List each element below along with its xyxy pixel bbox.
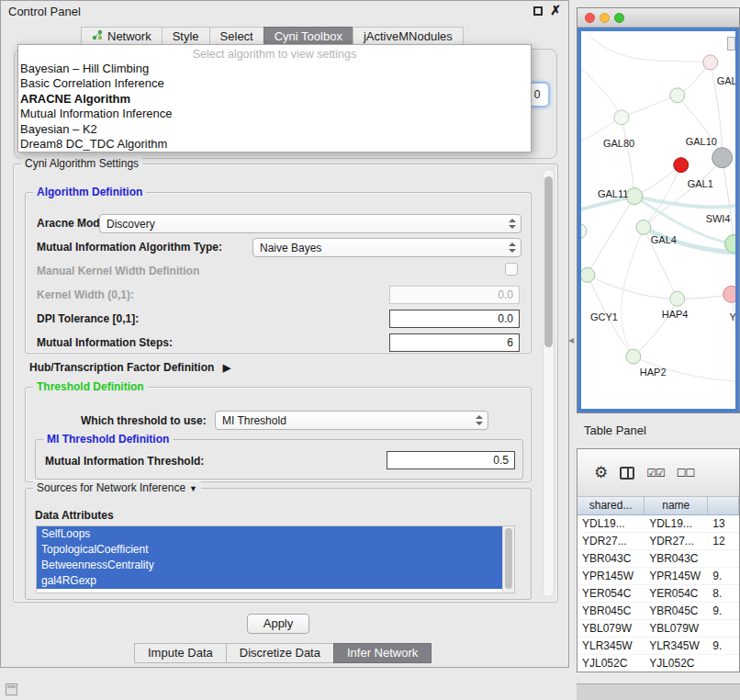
network-node[interactable] xyxy=(703,55,718,70)
algorithm-option[interactable]: Bayesian – K2 xyxy=(18,122,531,137)
table-panel-header: Table Panel xyxy=(577,419,740,443)
columns-icon[interactable] xyxy=(620,467,634,480)
table-row[interactable]: YLR345WYLR345W9. xyxy=(577,638,739,655)
kernel-width-input[interactable]: 0.0 xyxy=(389,286,520,304)
table-cell: YJL052C xyxy=(645,655,708,672)
minimized-panel-icon[interactable] xyxy=(6,683,17,695)
hub-definition-label: Hub/Transcription Factor Definition xyxy=(29,361,214,374)
network-node[interactable] xyxy=(670,291,685,306)
which-threshold-label: Which threshold to use: xyxy=(81,414,207,427)
mi-type-label: Mutual Information Algorithm Type: xyxy=(37,241,222,254)
algorithm-definition-title: Algorithm Definition xyxy=(33,186,146,198)
table-row[interactable]: YDL19...YDL19...13 xyxy=(577,515,739,533)
close-icon[interactable]: ✗ xyxy=(550,3,561,17)
algorithm-option[interactable]: Dream8 DC_TDC Algorithm xyxy=(18,137,531,152)
network-node[interactable] xyxy=(674,158,689,173)
network-node[interactable] xyxy=(626,188,643,205)
mi-type-select[interactable]: Naive Bayes xyxy=(252,238,521,257)
algorithm-definition-group: Algorithm Definition Aracne Mode: Discov… xyxy=(25,192,532,354)
close-traffic-light-icon[interactable] xyxy=(585,13,595,23)
zoom-traffic-light-icon[interactable] xyxy=(614,13,624,23)
mi-threshold-input[interactable]: 0.5 xyxy=(387,451,515,469)
scrollbar-arrow-icon[interactable] xyxy=(727,37,735,51)
algorithm-option[interactable]: Mutual Information Inference xyxy=(18,107,531,121)
minimize-traffic-light-icon[interactable] xyxy=(600,13,610,23)
network-node[interactable] xyxy=(723,286,735,302)
tab-discretize-data[interactable]: Discretize Data xyxy=(226,643,334,663)
panel-title: Control Panel xyxy=(8,5,81,18)
control-panel-window: Control Panel ✗ Network Style Select Cyn… xyxy=(0,0,569,668)
network-tab-icon xyxy=(92,28,103,46)
algorithm-option[interactable]: Bayesian – Hill Climbing xyxy=(18,62,531,76)
data-attribute-item[interactable]: TopologicalCoefficient xyxy=(37,542,503,558)
table-cell: YPR145W xyxy=(645,568,708,584)
network-graph: GALGAL80GAL10GAL1GAL11SWI4GAL4GCY1HAP4YH… xyxy=(581,31,735,409)
panel-splitter-arrow[interactable]: ◀ xyxy=(568,336,574,344)
table-header-row: shared... name xyxy=(577,497,739,515)
network-node[interactable] xyxy=(670,88,685,103)
node-label: Y xyxy=(730,311,735,322)
settings-group-title: Cyni Algorithm Settings xyxy=(21,157,142,170)
combo-arrows-icon xyxy=(509,219,516,229)
aracne-mode-select[interactable]: Discovery xyxy=(99,214,521,233)
table-row[interactable]: YBR045CYBR045C9. xyxy=(577,603,739,620)
table-row[interactable]: YBL079WYBL079W xyxy=(577,620,739,638)
mi-steps-input[interactable]: 6 xyxy=(389,333,520,352)
hub-definition-toggle[interactable]: Hub/Transcription Factor Definition ▶ xyxy=(29,361,230,374)
node-label: SWI4 xyxy=(706,213,731,224)
float-window-icon[interactable] xyxy=(533,6,543,16)
deselect-all-checks-icon[interactable]: ☐☐ xyxy=(677,467,695,480)
column-header-name[interactable]: name xyxy=(645,497,708,514)
column-header-extra[interactable] xyxy=(708,497,739,514)
gear-icon[interactable]: ⚙ xyxy=(594,463,608,482)
select-all-checks-icon[interactable]: ☑☑ xyxy=(646,467,665,480)
data-attribute-item[interactable]: SelfLoops xyxy=(37,526,503,542)
network-node[interactable] xyxy=(581,223,587,238)
table-panel-window: ⚙ ☑☑ ☐☐ shared... name YDL19...YDL19...1… xyxy=(577,448,740,672)
table-cell: YLR345W xyxy=(577,638,645,654)
table-cell: 13 xyxy=(708,515,739,532)
which-threshold-select[interactable]: MI Threshold xyxy=(215,411,488,430)
table-row[interactable]: YBR043CYBR043C xyxy=(577,550,739,568)
table-row[interactable]: YPR145WYPR145W9. xyxy=(577,568,739,585)
table-cell: YBR043C xyxy=(577,550,645,567)
network-node[interactable] xyxy=(626,349,641,364)
apply-button[interactable]: Apply xyxy=(247,614,309,634)
network-window-titlebar xyxy=(577,8,739,28)
network-node[interactable] xyxy=(636,220,651,235)
tab-impute-data[interactable]: Impute Data xyxy=(134,643,227,663)
algorithm-option[interactable]: Basic Correlation Inference xyxy=(18,76,531,91)
table-cell: 9. xyxy=(708,638,739,654)
network-node[interactable] xyxy=(581,267,595,282)
dpi-tolerance-input[interactable]: 0.0 xyxy=(389,310,520,328)
table-row[interactable]: YER054CYER054C8. xyxy=(577,585,739,603)
network-node[interactable] xyxy=(614,110,629,125)
data-attribute-item[interactable]: BetweennessCentrality xyxy=(37,558,503,573)
sources-group-title[interactable]: Sources for Network Inference▼ xyxy=(33,481,201,494)
scrollbar-thumb[interactable] xyxy=(505,528,512,589)
settings-scrollbar[interactable] xyxy=(543,169,555,597)
cyni-algorithm-settings-group: Cyni Algorithm Settings Algorithm Defini… xyxy=(13,164,558,603)
column-header-shared-name[interactable]: shared... xyxy=(577,497,645,514)
threshold-definition-group: Threshold Definition Which threshold to … xyxy=(25,387,532,482)
node-label: GAL1 xyxy=(688,178,713,189)
network-node[interactable] xyxy=(712,148,733,168)
scrollbar-thumb[interactable] xyxy=(544,176,553,347)
network-edge xyxy=(588,275,678,299)
node-label: GAL11 xyxy=(598,188,628,199)
tab-infer-network[interactable]: Infer Network xyxy=(333,643,432,663)
combo-value: MI Threshold xyxy=(222,414,286,427)
table-cell: 9. xyxy=(708,603,739,619)
network-edge xyxy=(723,158,734,244)
table-row[interactable]: YJL052CYJL052C xyxy=(577,655,739,672)
algorithm-option[interactable]: ARACNE Algorithm xyxy=(18,92,531,107)
combo-arrows-icon xyxy=(509,243,516,253)
manual-kernel-checkbox[interactable] xyxy=(505,263,518,276)
network-edge xyxy=(581,68,622,118)
chevron-right-icon: ▶ xyxy=(223,362,230,373)
list-scrollbar[interactable] xyxy=(502,526,514,593)
data-attribute-item[interactable]: gal4RGexp xyxy=(37,573,503,589)
threshold-definition-title: Threshold Definition xyxy=(33,380,148,393)
network-canvas[interactable]: GALGAL80GAL10GAL1GAL11SWI4GAL4GCY1HAP4YH… xyxy=(577,28,739,412)
table-row[interactable]: YDR27...YDR27...12 xyxy=(577,533,739,550)
